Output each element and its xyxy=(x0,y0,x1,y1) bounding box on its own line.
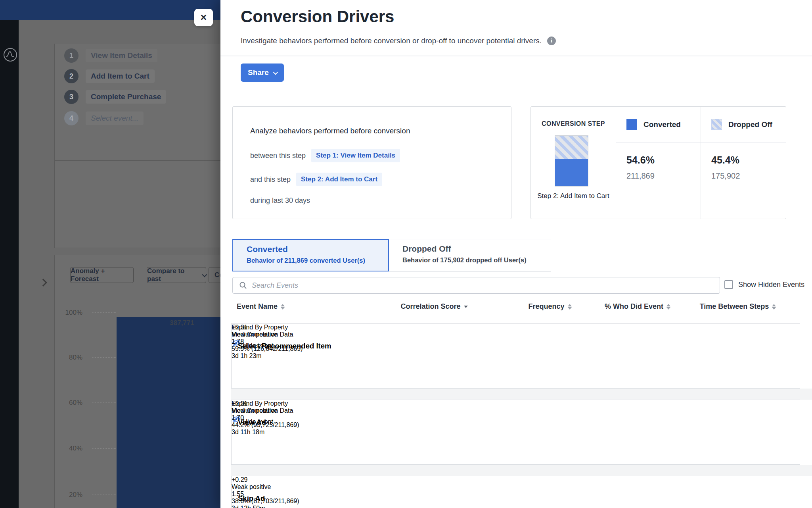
between-step-label: between this step xyxy=(250,152,306,160)
converted-legend-label: Converted xyxy=(643,120,681,129)
dropped-swatch-icon xyxy=(711,119,722,130)
y-tick-60: 60% xyxy=(55,399,82,407)
anomaly-forecast-button[interactable]: Anomaly + Forecast xyxy=(70,267,134,283)
step2-chip[interactable]: Step 2: Add Item to Cart xyxy=(296,173,382,186)
converted-segment xyxy=(555,159,588,186)
step1-chip[interactable]: Step 1: View Item Details xyxy=(311,149,400,162)
expand-panel-chevron-icon[interactable] xyxy=(39,279,47,287)
dropped-percentage: 45.4% xyxy=(711,154,786,166)
during-label: during last 30 days xyxy=(250,196,310,205)
sort-icon xyxy=(772,304,776,310)
tab-dropped-off[interactable]: Dropped Off Behavior of 175,902 dropped … xyxy=(389,239,551,271)
y-tick-20: 20% xyxy=(55,491,82,499)
correlation-value: +0.31 xyxy=(232,400,800,407)
step-label[interactable]: Select event... xyxy=(86,112,144,125)
header-label: Frequency xyxy=(528,302,564,311)
conversion-step-card: CONVERSION STEP Step 2: Add Item to Cart… xyxy=(530,106,786,219)
funnel-step-1[interactable]: 1 View Item Details xyxy=(64,48,157,64)
header-correlation-score[interactable]: Correlation Score xyxy=(391,302,478,311)
share-button[interactable]: Share xyxy=(241,64,284,82)
dropped-stats-column: Dropped Off 45.4% 175,902 xyxy=(701,107,786,219)
event-row-select-recommended-item: Select Recommended Item +0.31 Medium pos… xyxy=(231,323,800,389)
gridline xyxy=(92,495,116,495)
sort-desc-icon xyxy=(464,306,468,308)
tab-subtitle: Behavior of 211,869 converted User(s) xyxy=(247,257,388,264)
step-number-badge: 3 xyxy=(64,90,79,104)
funnel-step-2[interactable]: 2 Add Item to Cart xyxy=(64,68,155,84)
gridline xyxy=(92,357,116,358)
correlation-value: +0.29 xyxy=(232,476,800,483)
gridline xyxy=(92,402,116,403)
step-label[interactable]: Add Item to Cart xyxy=(86,69,155,83)
chevron-down-icon xyxy=(202,272,207,277)
summary-cards-row: Analyze behaviors performed before conve… xyxy=(232,106,786,219)
tab-subtitle: Behavior of 175,902 dropped off User(s) xyxy=(402,256,551,264)
share-button-label: Share xyxy=(248,68,269,77)
step-number-badge: 2 xyxy=(64,69,79,83)
search-events-input[interactable] xyxy=(252,281,688,290)
y-tick-100: 100% xyxy=(55,309,82,317)
conversion-step-heading: CONVERSION STEP xyxy=(531,120,616,127)
gridline xyxy=(92,448,116,449)
converted-percentage: 54.6% xyxy=(626,154,701,166)
info-icon[interactable]: i xyxy=(547,37,556,45)
sort-icon xyxy=(281,304,285,310)
dropped-off-segment xyxy=(555,136,588,159)
dropped-legend-label: Dropped Off xyxy=(728,120,772,129)
correlation-strength: Weak positive xyxy=(232,483,800,491)
event-name: View Ad xyxy=(238,400,266,444)
header-frequency[interactable]: Frequency xyxy=(530,302,570,311)
event-name: Skip Ad xyxy=(238,476,265,508)
header-label: Event Name xyxy=(237,302,278,311)
app-side-rail xyxy=(0,20,19,508)
funnel-chart-card: Anomaly + Forecast Compare to past Compu… xyxy=(54,255,241,508)
header-label: Correlation Score xyxy=(400,302,460,311)
amplitude-logo-icon xyxy=(3,48,17,62)
show-hidden-events-label: Show Hidden Events xyxy=(738,281,804,289)
funnel-step-3[interactable]: 3 Complete Purchase xyxy=(64,89,166,105)
step-label[interactable]: View Item Details xyxy=(86,49,157,62)
analysis-summary-card: Analyze behaviors performed before conve… xyxy=(232,106,511,219)
converted-stats-column: Converted 54.6% 211,869 xyxy=(616,107,701,219)
correlation-cell: +0.31 Medium positive xyxy=(232,400,800,414)
chevron-down-icon xyxy=(273,69,278,75)
funnel-options-card: Convert xyxy=(54,161,241,248)
header-pct-who-did-event[interactable]: % Who Did Event xyxy=(598,302,677,311)
search-events-box xyxy=(232,277,720,294)
converted-dropped-tabs: Converted Behavior of 211,869 converted … xyxy=(232,239,551,271)
step-number-badge: 4 xyxy=(64,111,79,125)
header-time-between-steps[interactable]: Time Between Steps xyxy=(698,302,778,311)
row-gap xyxy=(231,389,812,400)
tab-converted[interactable]: Converted Behavior of 211,869 converted … xyxy=(232,239,389,271)
converted-swatch-icon xyxy=(626,119,637,130)
header-label: % Who Did Event xyxy=(605,302,663,311)
close-button[interactable]: × xyxy=(194,9,213,26)
event-name: Select Recommended Item xyxy=(238,324,331,368)
header-event-name[interactable]: Event Name xyxy=(237,302,285,311)
gridline xyxy=(92,312,116,313)
show-hidden-events-checkbox[interactable] xyxy=(724,280,733,289)
header-label: Time Between Steps xyxy=(700,302,769,311)
event-row-skip-ad: Skip Ad +0.29 Weak positive 1.55 38.6% (… xyxy=(231,476,800,508)
converted-count: 211,869 xyxy=(626,171,701,181)
compare-to-past-button[interactable]: Compare to past xyxy=(147,267,206,283)
summary-headline: Analyze behaviors performed before conve… xyxy=(250,127,511,135)
conversion-drivers-panel: × Conversion Drivers Investigate behavio… xyxy=(220,0,812,508)
tab-title: Dropped Off xyxy=(402,244,551,254)
y-tick-40: 40% xyxy=(55,444,82,452)
events-table-header: Event Name Correlation Score Frequency %… xyxy=(231,302,800,317)
conversion-step-stacked-bar xyxy=(555,135,588,187)
panel-title: Conversion Drivers xyxy=(241,7,394,26)
panel-subtitle: Investigate behaviors performed before c… xyxy=(241,37,542,45)
compare-to-past-label: Compare to past xyxy=(147,267,199,283)
search-icon xyxy=(239,281,247,289)
funnel-steps-card: 1 View Item Details 2 Add Item to Cart 3… xyxy=(54,44,241,161)
correlation-strength: Medium positive xyxy=(232,407,800,414)
sort-icon xyxy=(568,304,572,310)
step-label[interactable]: Complete Purchase xyxy=(86,90,166,104)
and-step-label: and this step xyxy=(250,175,291,184)
funnel-step-4-placeholder[interactable]: 4 Select event... xyxy=(64,110,144,126)
conversion-step-caption: Step 2: Add Item to Cart xyxy=(531,192,616,200)
step-number-badge: 1 xyxy=(64,48,79,63)
panel-header: Conversion Drivers Investigate behaviors… xyxy=(220,0,812,56)
